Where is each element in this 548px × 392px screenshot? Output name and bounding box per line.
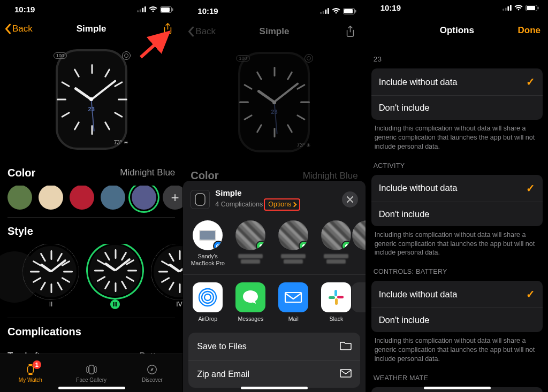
option-row[interactable]: Don't include [371,202,543,226]
folder-icon [340,341,352,352]
home-indicator[interactable] [241,387,308,389]
status-bar: 10:19 [0,0,182,16]
screen-watch-face-detail: 10:19 Back Simple 100 23 73° ☀ [0,0,182,392]
svg-point-26 [216,244,220,248]
annotation-highlight: Options [264,198,300,211]
share-contact[interactable]: Sandy's MacBook Pro [191,220,225,267]
share-app[interactable]: AirDrop [191,282,225,322]
svg-rect-19 [328,8,329,14]
color-swatch[interactable] [39,186,63,210]
color-swatches[interactable]: + [0,186,182,217]
back-button[interactable]: Back [187,26,216,37]
options-group-footer: Including this complication without data… [366,226,548,258]
gallery-icon [85,364,98,375]
home-indicator[interactable] [58,387,125,389]
color-swatch[interactable] [101,186,125,210]
option-row[interactable]: Don't include [371,95,543,120]
share-contact[interactable] [233,220,268,267]
color-swatch[interactable] [70,186,94,210]
share-sheet: Simple 4 Complications Options Sandy's M… [183,181,365,392]
options-group-footer: Including this complication without data… [366,120,548,151]
share-app[interactable]: Messages [233,282,268,322]
svg-rect-34 [335,298,338,305]
svg-point-27 [217,245,219,248]
style-label: III [110,299,120,309]
battery-icon [343,8,356,14]
options-list[interactable]: 23Include without data✓Don't includeIncl… [366,44,548,392]
share-button[interactable] [343,24,358,39]
option-row[interactable]: Include without data✓ [371,175,543,202]
add-color-button[interactable]: + [163,186,182,210]
svg-rect-17 [322,11,324,14]
svg-rect-2 [142,8,144,12]
close-icon [347,196,353,203]
options-group-header: ACTIVITY [366,159,548,173]
share-title: Simple [215,188,336,198]
svg-rect-21 [344,9,353,13]
screen-options: 10:19 Options Done 23Include without dat… [366,0,548,392]
style-option[interactable]: III [86,245,144,309]
wifi-icon [149,6,157,13]
share-contact[interactable] [276,220,310,267]
share-app[interactable]: Mail [276,282,310,322]
style-label: IV [176,301,182,308]
share-apps[interactable]: AirDropMessagesMailSlack [183,275,365,329]
svg-rect-23 [195,194,205,205]
svg-rect-25 [200,231,215,240]
svg-point-29 [202,291,214,303]
share-action[interactable]: Save to Files [188,333,360,360]
style-option[interactable]: IV [150,246,182,308]
svg-rect-10 [28,364,32,365]
options-button[interactable]: Options [268,201,296,209]
watch-preview: 100 23 73° ☀ [183,44,365,163]
svg-rect-33 [329,296,335,299]
battery-icon [160,6,173,13]
share-button[interactable] [160,21,175,36]
style-label: Style [7,225,33,237]
svg-rect-3 [144,6,146,12]
back-button[interactable]: Back [4,24,33,34]
cellular-icon [137,6,146,12]
color-swatch[interactable] [132,186,156,210]
status-time: 10:19 [14,5,35,14]
mail-icon [340,369,352,380]
status-bar: 10:19 [183,0,365,19]
option-row[interactable]: Include without data✓ [371,68,543,95]
share-actions: Save to FilesZip and Email [188,333,360,388]
color-label: Color [7,167,35,179]
watch-dial [64,58,119,141]
share-action[interactable]: Zip and Email [188,360,360,388]
cellular-icon [503,5,512,11]
svg-rect-35 [337,296,344,298]
nav-bar: Back Simple [0,16,182,42]
complication-top-left: 100 [54,52,67,59]
option-row[interactable]: Include without data✓ [371,281,543,308]
option-row[interactable]: Don't include [371,308,543,332]
color-value: Midnight Blue [120,167,175,178]
complication-bottom-right: 73° ☀ [114,140,128,145]
tab-discover[interactable]: Discover [122,354,183,392]
style-carousel[interactable]: IIIIIIV [0,244,182,312]
chevron-left-icon [187,26,194,37]
tab-badge: 1 [33,360,41,369]
share-contacts[interactable]: Sandy's MacBook Pro [183,217,365,274]
wifi-icon [514,5,523,11]
complication-top-right [122,51,131,60]
watch-mini-icon [193,191,207,207]
svg-rect-36 [340,370,351,377]
share-subtitle: 4 Complications [215,201,263,209]
share-app[interactable]: Slack [319,282,353,322]
color-swatch[interactable] [7,186,32,210]
share-sheet-header: Simple 4 Complications Options [183,187,365,217]
style-option[interactable]: II [21,246,80,308]
chevron-left-icon [4,24,11,34]
battery-icon [526,5,539,11]
home-indicator[interactable] [424,387,491,389]
style-section: Style [0,217,182,244]
tab-my-watch[interactable]: 1 My Watch [0,354,61,392]
share-contact[interactable] [319,220,353,267]
done-button[interactable]: Done [517,25,541,36]
options-group-header: 23 [366,52,548,66]
svg-rect-12 [89,365,94,374]
close-button[interactable] [342,191,358,207]
